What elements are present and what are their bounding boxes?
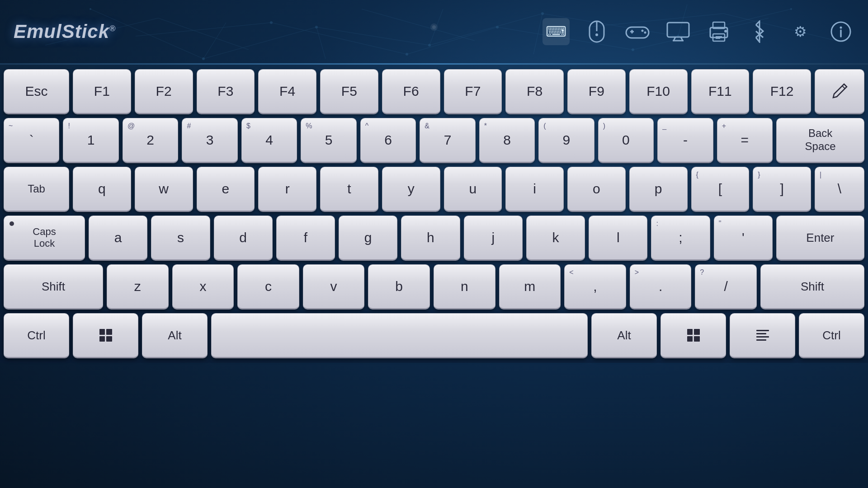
svg-point-51 (724, 30, 727, 33)
key-win-right[interactable] (660, 313, 726, 358)
key-semicolon[interactable]: :; (651, 216, 710, 261)
menu-icon (756, 330, 769, 341)
key-f2[interactable]: F2 (135, 69, 193, 114)
key-6[interactable]: ^6 (360, 118, 416, 163)
mouse-nav-icon[interactable] (583, 18, 610, 45)
key-f9[interactable]: F9 (567, 69, 626, 114)
key-5[interactable]: %5 (301, 118, 356, 163)
key-k[interactable]: k (526, 216, 585, 261)
caps-lock-indicator (9, 221, 14, 226)
key-t[interactable]: t (320, 167, 378, 212)
key-s[interactable]: s (151, 216, 210, 261)
key-4[interactable]: $4 (241, 118, 297, 163)
app-logo: EmulStick® (14, 21, 116, 42)
key-rbracket[interactable]: }] (753, 167, 811, 212)
key-comma[interactable]: <, (564, 264, 626, 310)
key-y[interactable]: y (382, 167, 440, 212)
key-f10[interactable]: F10 (629, 69, 688, 114)
key-v[interactable]: v (303, 264, 365, 310)
settings-nav-icon[interactable]: ⚙ (787, 18, 814, 45)
header: EmulStick® ⌨ (0, 0, 868, 63)
key-3[interactable]: #3 (182, 118, 237, 163)
printer-nav-icon[interactable] (705, 18, 732, 45)
key-a[interactable]: a (89, 216, 147, 261)
key-f1[interactable]: F1 (73, 69, 131, 114)
key-pen[interactable] (815, 69, 864, 114)
key-shift-left[interactable]: Shift (4, 264, 103, 310)
bottom-row: Ctrl Alt Alt Ctrl (4, 313, 864, 358)
key-lbracket[interactable]: {[ (691, 167, 750, 212)
key-w[interactable]: w (135, 167, 193, 212)
key-f[interactable]: f (276, 216, 335, 261)
key-menu[interactable] (730, 313, 795, 358)
key-ctrl-left[interactable]: Ctrl (4, 313, 69, 358)
key-f3[interactable]: F3 (197, 69, 255, 114)
key-p[interactable]: p (629, 167, 688, 212)
key-quote[interactable]: "' (714, 216, 773, 261)
key-f4[interactable]: F4 (258, 69, 316, 114)
monitor-nav-icon[interactable] (665, 18, 692, 45)
svg-line-55 (842, 86, 845, 89)
bluetooth-nav-icon[interactable] (746, 18, 773, 45)
key-f12[interactable]: F12 (753, 69, 811, 114)
key-equals[interactable]: += (717, 118, 773, 163)
key-o[interactable]: o (567, 167, 626, 212)
qwerty-row: Tab q w e r t y u i o p {[ }] |\ (4, 167, 864, 212)
shift-row: Shift z x c v b n m <, >. ?/ Shift (4, 264, 864, 310)
key-backtick[interactable]: ~` (4, 118, 59, 163)
key-0[interactable]: )0 (598, 118, 654, 163)
home-row: CapsLock a s d f g h j k l :; "' Enter (4, 216, 864, 261)
key-z[interactable]: z (107, 264, 169, 310)
key-9[interactable]: (9 (538, 118, 594, 163)
key-alt-left[interactable]: Alt (142, 313, 208, 358)
key-q[interactable]: q (73, 167, 131, 212)
key-backslash[interactable]: |\ (815, 167, 864, 212)
key-8[interactable]: *8 (479, 118, 535, 163)
key-enter[interactable]: Enter (776, 216, 864, 261)
svg-point-36 (595, 33, 598, 36)
key-tab[interactable]: Tab (4, 167, 69, 212)
gamepad-nav-icon[interactable] (624, 18, 651, 45)
function-row: Esc F1 F2 F3 F4 F5 F6 F7 F8 F9 F10 F11 F… (4, 69, 864, 114)
key-alt-right[interactable]: Alt (591, 313, 657, 358)
key-ctrl-right[interactable]: Ctrl (799, 313, 864, 358)
key-h[interactable]: h (401, 216, 460, 261)
keyboard: Esc F1 F2 F3 F4 F5 F6 F7 F8 F9 F10 F11 F… (0, 65, 868, 363)
key-f7[interactable]: F7 (444, 69, 502, 114)
app-trademark: ® (109, 24, 116, 33)
key-j[interactable]: j (464, 216, 523, 261)
keyboard-nav-icon[interactable]: ⌨ (542, 18, 570, 45)
key-f5[interactable]: F5 (320, 69, 378, 114)
key-space[interactable] (211, 313, 588, 358)
key-2[interactable]: @2 (123, 118, 178, 163)
key-e[interactable]: e (197, 167, 255, 212)
key-l[interactable]: l (589, 216, 647, 261)
key-f11[interactable]: F11 (691, 69, 750, 114)
key-f8[interactable]: F8 (505, 69, 564, 114)
key-backspace[interactable]: BackSpace (776, 118, 864, 163)
svg-point-41 (644, 32, 646, 34)
key-m[interactable]: m (499, 264, 561, 310)
key-slash[interactable]: ?/ (695, 264, 757, 310)
key-1[interactable]: !1 (63, 118, 118, 163)
key-n[interactable]: n (434, 264, 495, 310)
key-i[interactable]: i (505, 167, 564, 212)
key-r[interactable]: r (258, 167, 316, 212)
key-g[interactable]: g (339, 216, 397, 261)
info-nav-icon[interactable] (827, 18, 854, 45)
key-c[interactable]: c (237, 264, 299, 310)
key-b[interactable]: b (368, 264, 430, 310)
key-x[interactable]: x (172, 264, 234, 310)
key-minus[interactable]: _- (657, 118, 713, 163)
windows-icon-right (687, 329, 700, 342)
key-period[interactable]: >. (630, 264, 692, 310)
key-f6[interactable]: F6 (382, 69, 440, 114)
key-u[interactable]: u (444, 167, 502, 212)
key-esc[interactable]: Esc (4, 69, 69, 114)
key-d[interactable]: d (214, 216, 273, 261)
svg-point-53 (840, 27, 842, 29)
key-caps-lock[interactable]: CapsLock (4, 216, 85, 261)
key-shift-right[interactable]: Shift (760, 264, 864, 310)
key-7[interactable]: &7 (420, 118, 475, 163)
key-win-left[interactable] (73, 313, 138, 358)
